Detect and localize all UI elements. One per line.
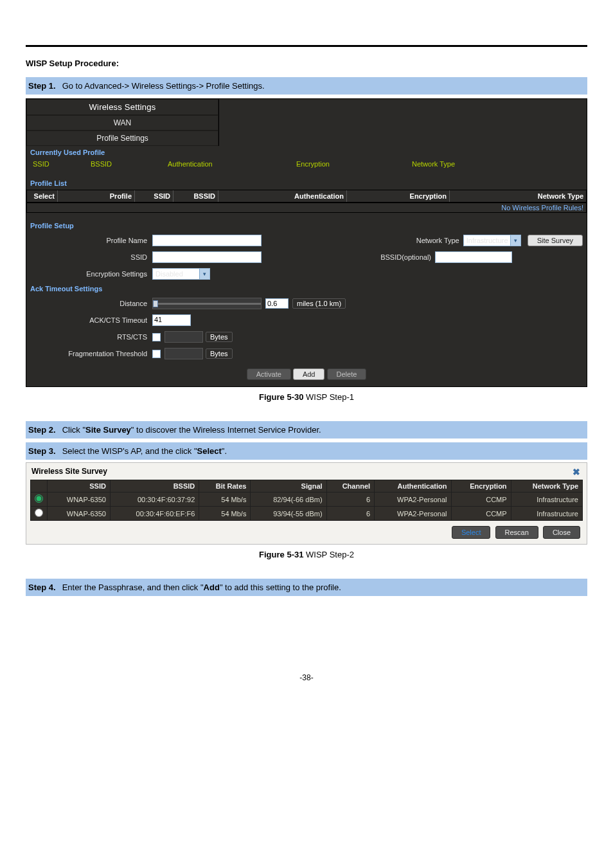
survey-close-button[interactable]: Close bbox=[543, 526, 580, 539]
chevron-down-icon bbox=[510, 235, 520, 246]
hdr-net: Network Type bbox=[450, 190, 586, 202]
tab-wireless-settings[interactable]: Wireless Settings bbox=[26, 99, 218, 115]
hdr-signal: Signal bbox=[251, 480, 326, 493]
figure-5-30-caption: Figure 5-30 WISP Step-1 bbox=[26, 392, 587, 402]
chevron-down-icon bbox=[199, 269, 209, 279]
cell-bit: 54 Mb/s bbox=[199, 507, 251, 521]
survey-select-button[interactable]: Select bbox=[452, 526, 491, 539]
hdr-auth: Authentication bbox=[218, 190, 347, 202]
figure-5-31-num: Figure 5-31 bbox=[259, 550, 303, 559]
cell-ssid: WNAP-6350 bbox=[48, 507, 111, 521]
cell-net: Infrastructure bbox=[511, 493, 582, 507]
cell-auth: WPA2-Personal bbox=[375, 507, 451, 521]
profile-list-header: Select Profile SSID BSSID Authentication… bbox=[26, 190, 587, 203]
select-network-type-value: Infrastructure bbox=[466, 237, 508, 244]
cell-chan: 6 bbox=[326, 507, 375, 521]
site-survey-table: SSID BSSID Bit Rates Signal Channel Auth… bbox=[30, 480, 583, 521]
distance-value[interactable]: 0.6 bbox=[265, 298, 289, 309]
hdr-select: Select bbox=[27, 190, 58, 202]
hdr-bssid: BSSID bbox=[110, 480, 199, 493]
step2-num: Step 2. bbox=[28, 425, 56, 435]
input-ackcts[interactable]: 41 bbox=[152, 314, 191, 326]
slider-distance[interactable] bbox=[152, 298, 262, 309]
figure-5-30-text: WISP Step-1 bbox=[303, 392, 354, 402]
col-bssid: BSSID bbox=[84, 160, 161, 168]
hdr-enc: Encryption bbox=[451, 480, 511, 493]
tab-profile-settings[interactable]: Profile Settings bbox=[26, 131, 218, 146]
ack-section-heading: Ack Timeout Settings bbox=[26, 282, 587, 295]
step1-bar: Step 1. Go to Advanced-> Wireless Settin… bbox=[26, 77, 587, 95]
no-rules-msg: No Wireless Profile Rules! bbox=[26, 203, 587, 213]
checkbox-rtscts[interactable] bbox=[152, 333, 161, 341]
cell-enc: CCMP bbox=[451, 507, 511, 521]
step4-num: Step 4. bbox=[28, 583, 56, 592]
input-frag[interactable] bbox=[164, 348, 203, 359]
close-icon[interactable]: ✖ bbox=[573, 467, 583, 477]
cell-signal: 93/94(-55 dBm) bbox=[251, 507, 326, 521]
hdr-profile: Profile bbox=[58, 190, 135, 202]
figure-5-30-num: Figure 5-30 bbox=[259, 392, 303, 402]
lbl-network-type: Network Type bbox=[416, 237, 463, 244]
step3-num: Step 3. bbox=[28, 446, 56, 456]
table-header-row: SSID BSSID Bit Rates Signal Channel Auth… bbox=[31, 480, 583, 493]
hdr-channel: Channel bbox=[326, 480, 375, 493]
step3-bar: Step 3. Select the WISP's AP, and the cl… bbox=[26, 442, 587, 460]
select-enc-settings[interactable]: Disabled bbox=[152, 268, 210, 280]
add-button[interactable]: Add bbox=[293, 368, 325, 380]
site-survey-title: Wireless Site Survey bbox=[31, 467, 107, 477]
step2-text: Click "Site Survey" to discover the Wire… bbox=[62, 425, 321, 435]
lbl-distance: Distance bbox=[30, 300, 152, 307]
input-rtscts[interactable] bbox=[164, 331, 203, 343]
cell-bit: 54 Mb/s bbox=[199, 493, 251, 507]
distance-unit: miles (1.0 km) bbox=[292, 298, 346, 309]
step3-text: Select the WISP's AP, and the click "Sel… bbox=[62, 446, 227, 456]
lbl-ackcts: ACK/CTS Timeout bbox=[30, 316, 152, 324]
activate-button[interactable]: Activate bbox=[247, 368, 291, 380]
action-row: Activate Add Delete bbox=[26, 362, 587, 386]
section-title: WISP Setup Procedure: bbox=[26, 59, 587, 68]
site-survey-button[interactable]: Site Survey bbox=[528, 235, 583, 246]
radio-row-0[interactable] bbox=[35, 494, 43, 503]
unit-bytes-2: Bytes bbox=[206, 348, 233, 359]
step4-bar: Step 4. Enter the Passphrase, and then c… bbox=[26, 579, 587, 596]
radio-row-1[interactable] bbox=[35, 509, 43, 517]
lbl-rtscts: RTS/CTS bbox=[30, 333, 152, 341]
unit-bytes-1: Bytes bbox=[206, 332, 233, 342]
table-row[interactable]: WNAP-6350 00:30:4F:60:37:92 54 Mb/s 82/9… bbox=[31, 493, 583, 507]
cell-net: Infrastructure bbox=[511, 507, 582, 521]
hdr-enc: Encryption bbox=[347, 190, 450, 202]
cell-enc: CCMP bbox=[451, 493, 511, 507]
input-ssid[interactable] bbox=[152, 251, 262, 263]
step4-text: Enter the Passphrase, and then click "Ad… bbox=[62, 583, 341, 592]
figure-5-31-caption: Figure 5-31 WISP Step-2 bbox=[26, 550, 587, 559]
cell-ssid: WNAP-6350 bbox=[48, 493, 111, 507]
table-row[interactable]: WNAP-6350 00:30:4F:60:EF:F6 54 Mb/s 93/9… bbox=[31, 507, 583, 521]
select-network-type[interactable]: Infrastructure bbox=[463, 235, 521, 246]
input-profile-name[interactable] bbox=[152, 235, 262, 246]
col-net: Network Type bbox=[405, 160, 587, 168]
tab-wan[interactable]: WAN bbox=[26, 115, 218, 131]
row-frag: Fragmentation Threshold Bytes bbox=[26, 345, 587, 362]
site-survey-panel: Wireless Site Survey ✖ SSID BSSID Bit Ra… bbox=[26, 462, 587, 545]
col-auth: Authentication bbox=[161, 160, 290, 168]
currently-used-heading: Currently Used Profile bbox=[26, 146, 587, 159]
lbl-ssid: SSID bbox=[30, 253, 152, 261]
survey-rescan-button[interactable]: Rescan bbox=[495, 526, 538, 539]
lbl-enc-settings: Encryption Settings bbox=[30, 270, 152, 278]
page-number: -38- bbox=[26, 673, 587, 682]
checkbox-frag[interactable] bbox=[152, 350, 161, 358]
row-rtscts: RTS/CTS Bytes bbox=[26, 329, 587, 345]
input-bssid[interactable] bbox=[435, 251, 512, 263]
top-rule bbox=[26, 45, 587, 47]
cell-signal: 82/94(-66 dBm) bbox=[251, 493, 326, 507]
row-ackcts: ACK/CTS Timeout 41 bbox=[26, 312, 587, 329]
row-ssid: SSID BSSID(optional) bbox=[26, 249, 587, 266]
step1-text: Go to Advanced-> Wireless Settings-> Pro… bbox=[62, 81, 265, 91]
hdr-ssid: SSID bbox=[135, 190, 173, 202]
hdr-net: Network Type bbox=[511, 480, 582, 493]
hdr-radio bbox=[31, 480, 48, 493]
step2-bar: Step 2. Click "Site Survey" to discover … bbox=[26, 421, 587, 439]
lbl-frag: Fragmentation Threshold bbox=[30, 350, 152, 357]
hdr-bssid: BSSID bbox=[173, 190, 218, 202]
delete-button[interactable]: Delete bbox=[327, 368, 367, 380]
